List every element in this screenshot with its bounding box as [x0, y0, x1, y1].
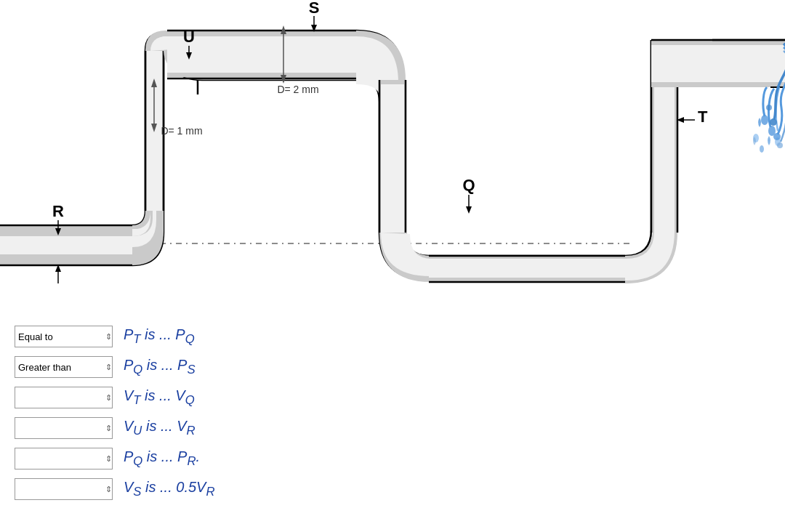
question-row-4: Equal to Greater than Less than VU is ..…	[15, 414, 770, 442]
svg-point-81	[766, 105, 772, 110]
question-row-6: Equal to Greater than Less than VS is ..…	[15, 475, 770, 503]
svg-point-77	[760, 145, 764, 153]
question-text-4: VU is ... VR	[124, 418, 196, 438]
question-text-5: PQ is ... PR.	[124, 448, 200, 469]
pipe-diagram: R U S Q T D= 1 mm D= 2 mm	[0, 0, 785, 313]
select-wrapper-3[interactable]: Equal to Greater than Less than	[15, 387, 116, 408]
question-text-1: PT is ... PQ	[124, 326, 195, 347]
select-q2[interactable]: Equal to Greater than Less than	[15, 356, 113, 378]
label-D2: D= 2 mm	[277, 84, 318, 95]
select-wrapper-4[interactable]: Equal to Greater than Less than	[15, 417, 116, 439]
question-row-3: Equal to Greater than Less than VT is ..…	[15, 384, 770, 411]
select-wrapper-2[interactable]: Equal to Greater than Less than	[15, 356, 116, 378]
label-R: R	[52, 202, 64, 220]
label-U: U	[183, 28, 195, 46]
svg-rect-63	[429, 259, 625, 278]
select-q5[interactable]: Equal to Greater than Less than	[15, 448, 113, 469]
label-D1: D= 1 mm	[161, 125, 202, 137]
select-wrapper-1[interactable]: Equal to Greater than Less than	[15, 326, 116, 347]
svg-point-73	[761, 115, 768, 125]
question-text-2: PQ is ... PS	[124, 357, 196, 377]
question-text-3: VT is ... VQ	[124, 387, 195, 408]
question-row-2: Equal to Greater than Less than PQ is ..…	[15, 353, 770, 381]
label-T: T	[698, 108, 708, 126]
select-q4[interactable]: Equal to Greater than Less than	[15, 417, 113, 439]
question-row-1: Equal to Greater than Less than PT is ..…	[15, 323, 770, 350]
svg-rect-46	[0, 236, 132, 254]
question-text-6: VS is ... 0.5VR	[124, 479, 214, 499]
select-q1[interactable]: Equal to Greater than Less than	[15, 326, 113, 347]
select-q6[interactable]: Equal to Greater than Less than	[15, 478, 113, 500]
svg-rect-59	[381, 84, 404, 233]
svg-rect-57	[167, 36, 356, 73]
select-wrapper-5[interactable]: Equal to Greater than Less than	[15, 448, 116, 469]
diagram-area: R U S Q T D= 1 mm D= 2 mm	[0, 0, 785, 313]
svg-point-79	[773, 133, 781, 140]
svg-point-80	[777, 142, 783, 148]
select-wrapper-6[interactable]: Equal to Greater than Less than	[15, 478, 116, 500]
questions-area: Equal to Greater than Less than PT is ..…	[0, 313, 785, 513]
question-row-5: Equal to Greater than Less than PQ is ..…	[15, 445, 770, 472]
select-q3[interactable]: Equal to Greater than Less than	[15, 387, 113, 408]
label-S: S	[309, 0, 320, 17]
label-Q: Q	[462, 176, 475, 194]
svg-rect-71	[651, 45, 785, 82]
svg-point-78	[770, 118, 777, 126]
